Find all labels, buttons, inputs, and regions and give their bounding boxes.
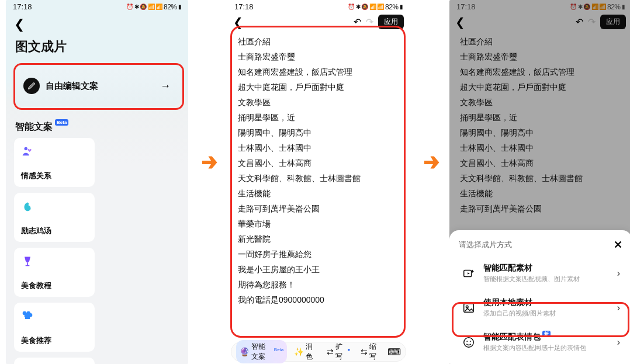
- image-icon: [461, 301, 476, 314]
- option-smart-match[interactable]: 智能匹配素材 智能根据文案匹配视频、图片素材 ›: [459, 256, 622, 290]
- flow-arrow-2: [420, 149, 443, 172]
- svg-point-19: [470, 341, 471, 342]
- editor-line: 我的電話是0900000000: [238, 292, 399, 307]
- wand-icon: ✨: [294, 347, 304, 356]
- smart-copy-header: 智能文案 Beta: [6, 109, 188, 138]
- tile-marketing[interactable]: 营销广告: [14, 358, 95, 364]
- status-time: 17:18: [13, 2, 32, 11]
- sparkle-icon: 🔮: [240, 347, 250, 356]
- svg-rect-2: [26, 265, 30, 266]
- phone-3: 17:18 ⏰✱🔕📶📶 82%▮ ❮ ↶ ↷ 应用 社區介紹士商路宏盛帝璽知名建…: [449, 0, 630, 364]
- tile-food-rec[interactable]: 美食推荐: [14, 303, 95, 352]
- editor-line: 士商路宏盛帝璽: [238, 49, 399, 64]
- text-editor[interactable]: 社區介紹 士商路宏盛帝璽 知名建商宏盛建設，飯店式管理 超大中庭花園，戶戶面對中…: [227, 30, 410, 340]
- redo-icon: ↷: [366, 16, 373, 27]
- editor-line: 知名建商宏盛建設，飯店式管理: [238, 64, 399, 79]
- editor-line: 我是小王房屋的王小王: [238, 262, 399, 277]
- polish-chip[interactable]: ✨ 润色: [290, 340, 320, 363]
- status-bar: 17:18 ⏰✱🔕📶📶 82%▮: [227, 0, 410, 12]
- chevron-right-icon: ›: [617, 268, 620, 279]
- editor-line: 超大中庭花園，戶戶面對中庭: [238, 79, 399, 95]
- editor-line: 期待為您服務！: [238, 277, 399, 292]
- status-icons: ⏰✱🔕📶📶 82%▮: [126, 3, 181, 11]
- phone-2: 17:18 ⏰✱🔕📶📶 82%▮ ❮ ↶ ↷ 应用 社區介紹 士商路宏盛帝璽 知…: [227, 0, 410, 364]
- page-title: 图文成片: [6, 34, 188, 63]
- expand-icon: ⇄: [327, 347, 334, 356]
- chevron-right-icon: ›: [617, 337, 620, 348]
- editor-line: 社區介紹: [238, 34, 399, 49]
- editor-line: 走路可到萬坪美崙公園: [238, 201, 399, 216]
- editor-line: 士林國小、士林國中: [238, 140, 399, 155]
- svg-rect-14: [464, 270, 472, 276]
- editor-line: 新光醫院: [238, 231, 399, 247]
- apply-button[interactable]: 应用: [378, 15, 404, 29]
- undo-icon[interactable]: ↶: [354, 16, 361, 27]
- svg-point-16: [466, 306, 468, 308]
- wine-icon: [21, 255, 34, 268]
- beta-badge: Beta: [55, 119, 68, 126]
- arrow-right-icon: →: [160, 80, 171, 92]
- tile-motivation[interactable]: 励志鸡汤: [14, 193, 95, 242]
- shrink-icon: ⇆: [361, 347, 368, 356]
- editor-line: 捅明星學區，近: [238, 110, 399, 125]
- free-edit-label: 自由编辑文案: [46, 81, 98, 92]
- chef-icon: [21, 310, 34, 323]
- editor-line: 文昌國小、士林高商: [238, 155, 399, 171]
- sheet-title: 请选择成片方式: [459, 240, 512, 250]
- flex-icon: [21, 200, 34, 213]
- pencil-icon: [23, 78, 40, 94]
- svg-rect-3: [25, 317, 30, 319]
- bottom-sheet: 请选择成片方式 ✕ 智能匹配素材 智能根据文案匹配视频、图片素材 › 使用本地素…: [449, 230, 630, 364]
- tile-food-tutorial[interactable]: 美食教程: [14, 248, 95, 297]
- status-icons: ⏰✱🔕📶📶 82%▮: [348, 3, 403, 11]
- chevron-right-icon: ›: [617, 303, 620, 313]
- keyboard-icon[interactable]: ⌨: [387, 346, 401, 358]
- new-badge: 新: [542, 331, 551, 337]
- person-heart-icon: [21, 145, 34, 158]
- editor-line: 天文科學館、科教館、士林圖書館: [238, 171, 399, 186]
- option-emoji-match[interactable]: 智能匹配表情包新 根据文案内容匹配网感十足的表情包 ›: [459, 325, 622, 359]
- editor-line: 文教學區: [238, 95, 399, 110]
- editor-line: 華榮市場: [238, 216, 399, 231]
- status-time: 17:18: [234, 2, 254, 11]
- editor-line: 陽明國中、陽明高中: [238, 125, 399, 140]
- status-bar: 17:18 ⏰✱🔕📶📶 82%▮: [6, 0, 188, 12]
- svg-point-18: [466, 341, 468, 342]
- shrink-chip[interactable]: ⇆ 缩写: [357, 340, 384, 363]
- tile-emotion[interactable]: 情感关系: [14, 138, 95, 187]
- option-local-media[interactable]: 使用本地素材 添加自己的视频/图片素材 ›: [459, 290, 622, 325]
- phone-1: 17:18 ⏰✱🔕📶📶 82%▮ ❮ 图文成片 自由编辑文案 → 智能文案 Be…: [6, 0, 188, 364]
- editor-line: 一間好房子推薦給您: [238, 247, 399, 262]
- category-grid: 情感关系 励志鸡汤 美食教程 美食推荐 营销广告 家居分享: [6, 138, 188, 364]
- video-sparkle-icon: [461, 267, 476, 280]
- svg-point-0: [25, 147, 28, 150]
- back-icon[interactable]: ❮: [233, 15, 243, 29]
- flow-arrow-1: [198, 149, 221, 172]
- back-icon[interactable]: ❮: [14, 17, 25, 32]
- editor-line: 生活機能: [238, 186, 399, 201]
- svg-point-17: [464, 337, 474, 347]
- smart-copy-chip[interactable]: 🔮 智能文案 Beta: [236, 340, 287, 363]
- emoji-icon: [461, 336, 476, 349]
- close-icon[interactable]: ✕: [614, 238, 622, 251]
- svg-rect-1: [27, 263, 28, 265]
- free-edit-card[interactable]: 自由编辑文案 →: [14, 66, 180, 106]
- expand-chip[interactable]: ⇄ 扩写 ●: [323, 340, 354, 363]
- editor-toolbar: 🔮 智能文案 Beta ✨ 润色 ⇄ 扩写 ● ⇆ 缩写 ⌨: [231, 342, 406, 362]
